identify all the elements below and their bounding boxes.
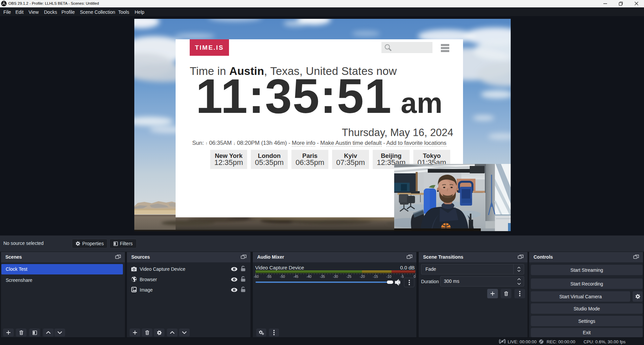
svg-text:-50: -50 <box>280 274 285 278</box>
svg-text:-10: -10 <box>386 274 391 278</box>
svg-text:-25: -25 <box>346 274 351 278</box>
svg-text:0: 0 <box>414 274 416 278</box>
svg-text:-20: -20 <box>360 274 365 278</box>
svg-text:-35: -35 <box>320 274 325 278</box>
svg-text:-45: -45 <box>293 274 298 278</box>
svg-text:-15: -15 <box>373 274 378 278</box>
svg-text:-5: -5 <box>401 274 404 278</box>
svg-text:-30: -30 <box>333 274 338 278</box>
svg-text:-55: -55 <box>266 274 271 278</box>
svg-text:-60: -60 <box>254 274 259 278</box>
svg-text:-40: -40 <box>306 274 311 278</box>
